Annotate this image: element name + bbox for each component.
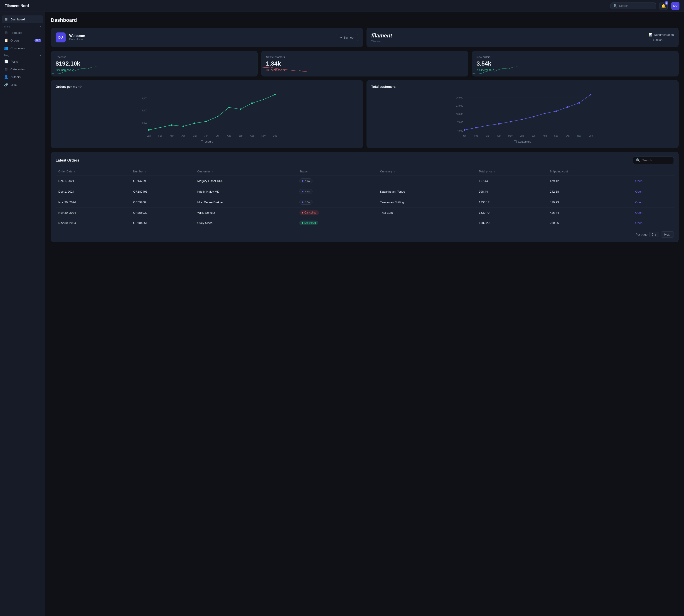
table-search-input[interactable]: [642, 159, 671, 162]
order-shipping-0: 479.12: [547, 176, 633, 186]
open-action-2[interactable]: Open: [635, 201, 642, 204]
order-date-1: Dec 1, 2024: [56, 186, 130, 197]
svg-text:Feb: Feb: [158, 135, 163, 137]
col-header-3[interactable]: Status ↕: [297, 168, 378, 176]
sidebar-group-blog[interactable]: Blog ∧: [2, 52, 43, 58]
sidebar-item-links[interactable]: 🔗 Links: [2, 81, 43, 88]
svg-text:Aug: Aug: [543, 135, 547, 137]
sidebar-item-customers[interactable]: 👥 Customers: [2, 44, 43, 52]
stat-card-2: New orders 3.54k 7% increase ↗: [472, 51, 679, 76]
sidebar-label-orders: Orders: [10, 39, 20, 42]
chart-title-0: Orders per month: [56, 85, 358, 88]
svg-text:4,000: 4,000: [142, 122, 147, 124]
posts-icon: 📄: [4, 60, 8, 64]
global-search-input[interactable]: [619, 4, 653, 7]
sidebar-item-posts[interactable]: 📄 Posts: [2, 58, 43, 65]
order-currency-1: Kazakhstani Tenge: [378, 186, 476, 197]
order-date-3: Nov 30, 2024: [56, 207, 130, 218]
documentation-link[interactable]: 📊 Documentation: [648, 33, 674, 37]
order-shipping-1: 242.38: [547, 186, 633, 197]
status-dot-4: [302, 222, 303, 224]
order-status-1: New: [297, 186, 378, 197]
github-icon: ⦿: [648, 38, 651, 42]
svg-text:Jun: Jun: [520, 135, 523, 137]
stat-sparkline-1: [261, 65, 307, 76]
welcome-text: Welcome Demo User: [69, 34, 85, 41]
order-number-0: OR14769: [130, 176, 195, 186]
chart-dot: [251, 102, 253, 104]
order-status-3: Cancelled: [297, 207, 378, 218]
pagination: Per page 5 ∨ Next: [56, 232, 674, 238]
table-row: Nov 30, 2024 OR784251 Okey Sipes Deliver…: [56, 218, 674, 228]
order-customer-0: Marjory Fisher DDS: [195, 176, 297, 186]
svg-text:Nov: Nov: [261, 135, 265, 137]
stat-card-1: New customers 1.34k 3% decrease ↘: [261, 51, 468, 76]
chart-dot: [533, 116, 534, 117]
order-shipping-2: 419.93: [547, 197, 633, 207]
order-customer-1: Kristin Haley MD: [195, 186, 297, 197]
table-search-icon: 🔍: [636, 158, 640, 162]
global-search-box[interactable]: 🔍: [611, 2, 656, 9]
filament-links: 📊 Documentation ⦿ GitHub: [648, 33, 674, 42]
col-header-5[interactable]: Total price ↕: [476, 168, 547, 176]
order-number-4: OR784251: [130, 218, 195, 228]
svg-text:4,000: 4,000: [457, 130, 463, 132]
welcome-user: Demo User: [69, 38, 85, 41]
latest-orders-card: Latest Orders 🔍 Order Date ↕Number ↕Cust…: [51, 152, 679, 242]
sidebar-item-dashboard[interactable]: ⊞ Dashboard: [2, 16, 43, 23]
sidebar-label-links: Links: [10, 83, 17, 86]
sidebar-item-products[interactable]: ⊟ Products: [2, 29, 43, 37]
chart-dot: [206, 121, 207, 122]
chart-card-0: Orders per month 4,0006,0008,000 JanFebM…: [51, 80, 363, 148]
open-action-1[interactable]: Open: [635, 190, 642, 193]
per-page-select[interactable]: 5 ∨: [649, 232, 659, 237]
sidebar-item-categories[interactable]: ⊞ Categories: [2, 65, 43, 73]
order-shipping-4: 260.06: [547, 218, 633, 228]
col-header-0[interactable]: Order Date ↕: [56, 168, 130, 176]
col-header-6[interactable]: Shipping cost ↕: [547, 168, 633, 176]
col-header-1[interactable]: Number ↕: [130, 168, 195, 176]
open-action-0[interactable]: Open: [635, 179, 642, 183]
table-search-box[interactable]: 🔍: [633, 157, 674, 164]
open-action-4[interactable]: Open: [635, 221, 642, 225]
signout-button[interactable]: ↪ Sign out: [336, 34, 358, 41]
order-action-0[interactable]: Open: [633, 176, 674, 186]
user-avatar-button[interactable]: DU: [671, 2, 680, 10]
github-link[interactable]: ⦿ GitHub: [648, 38, 674, 42]
notification-button[interactable]: 🔔 0: [660, 2, 668, 10]
links-icon: 🔗: [4, 83, 8, 87]
open-action-3[interactable]: Open: [635, 211, 642, 214]
chart-dot: [487, 125, 488, 126]
products-icon: ⊟: [4, 30, 8, 35]
order-action-4[interactable]: Open: [633, 218, 674, 228]
order-action-1[interactable]: Open: [633, 186, 674, 197]
order-customer-2: Mrs. Renee Brekke: [195, 197, 297, 207]
orders-table: Order Date ↕Number ↕Customer ↕Status ↕Cu…: [56, 168, 674, 228]
order-action-3[interactable]: Open: [633, 207, 674, 218]
sidebar-group-shop[interactable]: Shop ∧: [2, 23, 43, 29]
stat-label-1: New customers: [266, 56, 463, 59]
brand-title: Filament Nord: [4, 4, 29, 8]
sidebar-item-authors[interactable]: 👤 Authors: [2, 73, 43, 81]
svg-text:Dec: Dec: [273, 135, 277, 137]
welcome-card: DU Welcome Demo User ↪ Sign out: [51, 28, 363, 47]
col-header-2[interactable]: Customer ↕: [195, 168, 297, 176]
filament-card: filament v3.2.127 📊 Documentation ⦿ GitH…: [366, 28, 679, 47]
blog-chevron-icon: ∧: [39, 54, 41, 57]
top-cards-row: DU Welcome Demo User ↪ Sign out filament…: [51, 28, 679, 47]
order-total-1: 998.44: [476, 186, 547, 197]
svg-text:Jun: Jun: [204, 135, 208, 137]
sort-icon-2: ↕: [212, 170, 213, 173]
col-header-7: [633, 168, 674, 176]
order-date-0: Dec 1, 2024: [56, 176, 130, 186]
sidebar-item-orders[interactable]: 📋 Orders 197: [2, 37, 43, 44]
col-header-4[interactable]: Currency ↕: [378, 168, 476, 176]
svg-text:Aug: Aug: [227, 135, 231, 137]
order-action-2[interactable]: Open: [633, 197, 674, 207]
chart-dot: [159, 127, 161, 128]
chart-dot: [228, 107, 230, 108]
stat-sparkline-2: [472, 65, 517, 76]
page-title: Dashboard: [51, 17, 679, 23]
chart-dot: [590, 94, 592, 95]
next-button[interactable]: Next: [661, 232, 674, 238]
